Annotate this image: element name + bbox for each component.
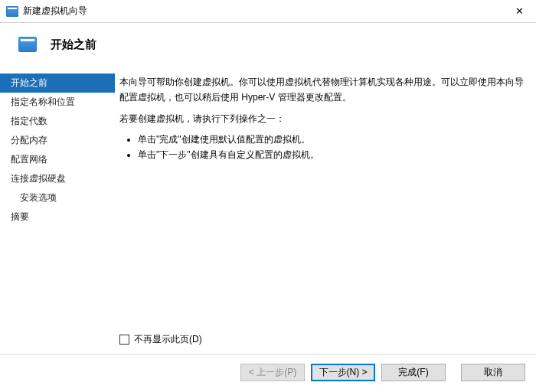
- checkbox-label: 不再显示此页(D): [134, 333, 202, 346]
- instruction-item: 单击"完成"创建使用默认值配置的虚拟机。: [138, 132, 525, 148]
- instruction-item: 单击"下一步"创建具有自定义配置的虚拟机。: [138, 148, 525, 163]
- window-title: 新建虚拟机向导: [23, 5, 87, 18]
- vm-header-icon: [18, 37, 37, 52]
- instruction-lead: 若要创建虚拟机，请执行下列操作之一：: [119, 112, 525, 127]
- step-generation[interactable]: 指定代数: [0, 112, 115, 131]
- wizard-header: 开始之前: [0, 23, 536, 69]
- close-button[interactable]: ✕: [502, 0, 536, 22]
- step-name-location[interactable]: 指定名称和位置: [0, 93, 115, 112]
- page-title: 开始之前: [51, 38, 96, 52]
- finish-button[interactable]: 完成(F): [381, 364, 446, 381]
- titlebar-left: 新建虚拟机向导: [6, 5, 87, 18]
- step-summary[interactable]: 摘要: [0, 207, 115, 227]
- content-area: 开始之前 指定名称和位置 指定代数 分配内存 配置网络 连接虚拟硬盘 安装选项 …: [0, 69, 536, 354]
- step-install-options[interactable]: 安装选项: [0, 188, 115, 207]
- dont-show-again-row[interactable]: 不再显示此页(D): [119, 327, 525, 354]
- main-panel: 本向导可帮助你创建虚拟机。你可以使用虚拟机代替物理计算机实现各种用途。可以立即使…: [115, 69, 536, 354]
- close-icon: ✕: [515, 5, 524, 17]
- wizard-steps-sidebar: 开始之前 指定名称和位置 指定代数 分配内存 配置网络 连接虚拟硬盘 安装选项 …: [0, 69, 115, 354]
- step-virtual-disk[interactable]: 连接虚拟硬盘: [0, 169, 115, 188]
- next-button[interactable]: 下一步(N) >: [311, 364, 375, 381]
- cancel-button[interactable]: 取消: [461, 364, 525, 381]
- step-before-begin[interactable]: 开始之前: [0, 74, 115, 93]
- vm-wizard-icon: [6, 6, 18, 17]
- previous-button: < 上一步(P): [240, 364, 305, 381]
- body-text: 本向导可帮助你创建虚拟机。你可以使用虚拟机代替物理计算机实现各种用途。可以立即使…: [119, 75, 525, 169]
- step-memory[interactable]: 分配内存: [0, 131, 115, 150]
- intro-paragraph: 本向导可帮助你创建虚拟机。你可以使用虚拟机代替物理计算机实现各种用途。可以立即使…: [119, 75, 525, 106]
- wizard-footer: < 上一步(P) 下一步(N) > 完成(F) 取消: [0, 354, 536, 392]
- instruction-list: 单击"完成"创建使用默认值配置的虚拟机。 单击"下一步"创建具有自定义配置的虚拟…: [138, 132, 525, 163]
- step-network[interactable]: 配置网络: [0, 150, 115, 169]
- checkbox-icon[interactable]: [119, 335, 129, 345]
- titlebar: 新建虚拟机向导 ✕: [0, 0, 536, 23]
